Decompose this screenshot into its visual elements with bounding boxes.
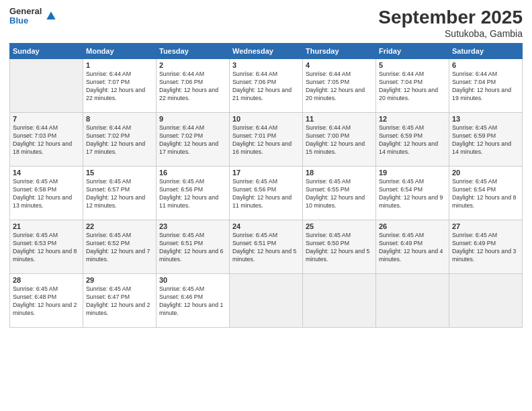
day-info: Sunrise: 6:45 AMSunset: 6:59 PMDaylight:…: [379, 124, 446, 156]
day-number: 19: [379, 169, 446, 177]
day-info: Sunrise: 6:45 AMSunset: 6:52 PMDaylight:…: [86, 232, 153, 264]
table-row: [449, 274, 523, 328]
day-info: Sunrise: 6:44 AMSunset: 7:03 PMDaylight:…: [13, 124, 80, 156]
col-saturday: Saturday: [449, 44, 523, 59]
table-row: 30 Sunrise: 6:45 AMSunset: 6:46 PMDaylig…: [157, 274, 230, 328]
table-row: 24 Sunrise: 6:45 AMSunset: 6:51 PMDaylig…: [230, 220, 303, 274]
day-number: 20: [452, 169, 519, 177]
day-info: Sunrise: 6:45 AMSunset: 6:57 PMDaylight:…: [86, 178, 153, 210]
day-info: Sunrise: 6:44 AMSunset: 7:00 PMDaylight:…: [306, 124, 373, 156]
day-info: Sunrise: 6:44 AMSunset: 7:02 PMDaylight:…: [159, 124, 226, 156]
table-row: 12 Sunrise: 6:45 AMSunset: 6:59 PMDaylig…: [376, 113, 449, 167]
table-row: 23 Sunrise: 6:45 AMSunset: 6:51 PMDaylig…: [157, 220, 230, 274]
table-row: [303, 274, 376, 328]
day-info: Sunrise: 6:45 AMSunset: 6:59 PMDaylight:…: [452, 124, 519, 156]
day-number: 16: [159, 169, 226, 177]
day-info: Sunrise: 6:45 AMSunset: 6:48 PMDaylight:…: [13, 285, 80, 318]
day-number: 12: [379, 115, 446, 123]
table-row: [230, 274, 303, 328]
day-info: Sunrise: 6:45 AMSunset: 6:46 PMDaylight:…: [159, 285, 226, 318]
table-row: 13 Sunrise: 6:45 AMSunset: 6:59 PMDaylig…: [449, 113, 523, 167]
day-info: Sunrise: 6:45 AMSunset: 6:49 PMDaylight:…: [452, 232, 519, 264]
day-info: Sunrise: 6:44 AMSunset: 7:06 PMDaylight:…: [232, 71, 300, 103]
logo-line1: General: [9, 7, 42, 16]
day-info: Sunrise: 6:45 AMSunset: 6:49 PMDaylight:…: [379, 232, 446, 264]
day-info: Sunrise: 6:44 AMSunset: 7:06 PMDaylight:…: [159, 71, 226, 103]
day-number: 29: [86, 276, 153, 284]
day-number: 2: [159, 61, 226, 69]
svg-marker-0: [47, 12, 56, 20]
day-number: 6: [452, 61, 519, 69]
table-row: 8 Sunrise: 6:44 AMSunset: 7:02 PMDayligh…: [83, 113, 157, 167]
table-row: 20 Sunrise: 6:45 AMSunset: 6:54 PMDaylig…: [449, 167, 523, 220]
day-info: Sunrise: 6:44 AMSunset: 7:04 PMDaylight:…: [379, 71, 446, 103]
calendar-table: Sunday Monday Tuesday Wednesday Thursday…: [9, 43, 523, 328]
col-tuesday: Tuesday: [157, 44, 230, 59]
table-row: 18 Sunrise: 6:45 AMSunset: 6:55 PMDaylig…: [303, 167, 376, 220]
day-number: 26: [379, 222, 446, 230]
calendar-week-row: 7 Sunrise: 6:44 AMSunset: 7:03 PMDayligh…: [10, 113, 523, 167]
table-row: 21 Sunrise: 6:45 AMSunset: 6:53 PMDaylig…: [10, 220, 83, 274]
day-info: Sunrise: 6:45 AMSunset: 6:58 PMDaylight:…: [13, 178, 80, 210]
table-row: [376, 274, 449, 328]
logo-icon: [44, 9, 58, 23]
table-row: [10, 59, 83, 113]
day-info: Sunrise: 6:45 AMSunset: 6:47 PMDaylight:…: [86, 285, 153, 318]
table-row: 9 Sunrise: 6:44 AMSunset: 7:02 PMDayligh…: [157, 113, 230, 167]
day-info: Sunrise: 6:44 AMSunset: 7:01 PMDaylight:…: [232, 124, 300, 156]
table-row: 2 Sunrise: 6:44 AMSunset: 7:06 PMDayligh…: [157, 59, 230, 113]
calendar-header-row: Sunday Monday Tuesday Wednesday Thursday…: [10, 44, 523, 59]
calendar-week-row: 14 Sunrise: 6:45 AMSunset: 6:58 PMDaylig…: [10, 167, 523, 220]
table-row: 5 Sunrise: 6:44 AMSunset: 7:04 PMDayligh…: [376, 59, 449, 113]
table-row: 1 Sunrise: 6:44 AMSunset: 7:07 PMDayligh…: [83, 59, 157, 113]
day-number: 13: [452, 115, 519, 123]
day-info: Sunrise: 6:45 AMSunset: 6:56 PMDaylight:…: [232, 178, 300, 210]
col-thursday: Thursday: [303, 44, 376, 59]
day-number: 8: [86, 115, 153, 123]
table-row: 16 Sunrise: 6:45 AMSunset: 6:56 PMDaylig…: [157, 167, 230, 220]
calendar-subtitle: Sutukoba, Gambia: [378, 28, 523, 39]
day-number: 27: [452, 222, 519, 230]
calendar-week-row: 21 Sunrise: 6:45 AMSunset: 6:53 PMDaylig…: [10, 220, 523, 274]
table-row: 17 Sunrise: 6:45 AMSunset: 6:56 PMDaylig…: [230, 167, 303, 220]
table-row: 27 Sunrise: 6:45 AMSunset: 6:49 PMDaylig…: [449, 220, 523, 274]
table-row: 15 Sunrise: 6:45 AMSunset: 6:57 PMDaylig…: [83, 167, 157, 220]
day-number: 23: [159, 222, 226, 230]
day-number: 15: [86, 169, 153, 177]
table-row: 19 Sunrise: 6:45 AMSunset: 6:54 PMDaylig…: [376, 167, 449, 220]
day-number: 17: [232, 169, 300, 177]
day-number: 14: [13, 169, 80, 177]
table-row: 14 Sunrise: 6:45 AMSunset: 6:58 PMDaylig…: [10, 167, 83, 220]
day-number: 5: [379, 61, 446, 69]
table-row: 7 Sunrise: 6:44 AMSunset: 7:03 PMDayligh…: [10, 113, 83, 167]
table-row: 11 Sunrise: 6:44 AMSunset: 7:00 PMDaylig…: [303, 113, 376, 167]
table-row: 25 Sunrise: 6:45 AMSunset: 6:50 PMDaylig…: [303, 220, 376, 274]
table-row: 6 Sunrise: 6:44 AMSunset: 7:04 PMDayligh…: [449, 59, 523, 113]
header: General Blue September 2025 Sutukoba, Ga…: [9, 7, 523, 39]
calendar-title: September 2025: [378, 7, 523, 28]
day-number: 24: [232, 222, 300, 230]
day-info: Sunrise: 6:44 AMSunset: 7:07 PMDaylight:…: [86, 71, 153, 103]
table-row: 22 Sunrise: 6:45 AMSunset: 6:52 PMDaylig…: [83, 220, 157, 274]
calendar-week-row: 1 Sunrise: 6:44 AMSunset: 7:07 PMDayligh…: [10, 59, 523, 113]
table-row: 26 Sunrise: 6:45 AMSunset: 6:49 PMDaylig…: [376, 220, 449, 274]
day-number: 22: [86, 222, 153, 230]
day-info: Sunrise: 6:44 AMSunset: 7:02 PMDaylight:…: [86, 124, 153, 156]
logo-text: General Blue: [9, 7, 42, 26]
title-block: September 2025 Sutukoba, Gambia: [378, 7, 523, 39]
day-number: 30: [159, 276, 226, 284]
col-friday: Friday: [376, 44, 449, 59]
day-number: 18: [306, 169, 373, 177]
day-info: Sunrise: 6:45 AMSunset: 6:54 PMDaylight:…: [379, 178, 446, 210]
page: General Blue September 2025 Sutukoba, Ga…: [0, 0, 532, 411]
day-number: 9: [159, 115, 226, 123]
day-number: 3: [232, 61, 300, 69]
day-number: 11: [306, 115, 373, 123]
day-number: 25: [306, 222, 373, 230]
day-number: 21: [13, 222, 80, 230]
logo-line2: Blue: [9, 16, 42, 26]
calendar-week-row: 28 Sunrise: 6:45 AMSunset: 6:48 PMDaylig…: [10, 274, 523, 328]
day-info: Sunrise: 6:44 AMSunset: 7:04 PMDaylight:…: [452, 71, 519, 103]
table-row: 3 Sunrise: 6:44 AMSunset: 7:06 PMDayligh…: [230, 59, 303, 113]
logo: General Blue: [9, 7, 58, 26]
